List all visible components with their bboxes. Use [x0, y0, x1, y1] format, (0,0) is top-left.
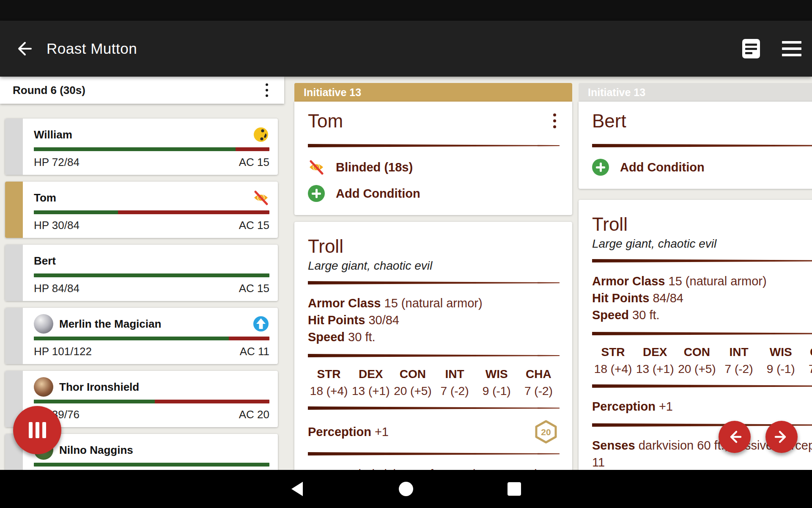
- ability-header: CON: [676, 345, 718, 362]
- ability-score: 18 (+4): [308, 384, 350, 398]
- round-label: Round 6 (30s): [13, 84, 85, 97]
- initiative-label: Initiative 13: [304, 86, 361, 99]
- hamburger-icon: [782, 41, 801, 56]
- combatant-name: Nilno Naggins: [59, 444, 133, 457]
- previous-turn-fab[interactable]: [719, 421, 751, 453]
- hp-bar: [34, 400, 269, 403]
- ability-score: 9 (-1): [476, 384, 518, 398]
- menu-button[interactable]: [771, 28, 812, 69]
- ability-header: DEX: [634, 345, 676, 362]
- hp-value: HP 84/84: [34, 282, 80, 295]
- speed-line: Speed 30 ft.: [308, 329, 560, 345]
- ability-score: 7 (-2): [802, 362, 812, 376]
- ability-header: CHA: [802, 345, 812, 362]
- arrow-right-icon: [773, 428, 790, 445]
- drag-handle[interactable]: [5, 245, 23, 301]
- ability-score: 7 (-2): [718, 362, 760, 376]
- ability-score: 9 (-1): [760, 362, 802, 376]
- condition-row-blinded[interactable]: Blinded (18s): [308, 157, 560, 177]
- hp-bar: [34, 273, 269, 277]
- drag-handle[interactable]: [5, 308, 23, 364]
- divider: [308, 452, 560, 456]
- divider: [592, 144, 812, 147]
- divider: [592, 332, 812, 335]
- initiative-bars-icon: [29, 422, 46, 438]
- combatant-row-bert[interactable]: Bert HP 84/84 AC 15: [5, 245, 278, 301]
- perception-row: Perception +1 20: [308, 420, 560, 444]
- ability-scores[interactable]: STR DEX CON INT WIS CHA 18 (+4) 13 (+1) …: [592, 345, 812, 376]
- statblock-meta: Large giant, chaotic evil: [308, 259, 560, 273]
- round-menu-button[interactable]: [266, 83, 268, 97]
- ac-value: AC 20: [239, 408, 269, 421]
- combatant-menu-button[interactable]: [553, 113, 556, 128]
- ability-header: INT: [433, 367, 475, 384]
- status-bar: [0, 0, 812, 21]
- combatant-row-tom[interactable]: Tom HP 30/84 AC 15: [5, 182, 278, 238]
- initiative-column-current: Initiative 13 Tom Blinded (18s) Add Cond…: [294, 83, 572, 508]
- add-condition-label: Add Condition: [336, 187, 420, 201]
- next-turn-fab[interactable]: [765, 421, 798, 453]
- combatant-row-william[interactable]: William HP 72/84 AC 15: [5, 119, 278, 175]
- ac-value: AC 15: [239, 156, 269, 169]
- hp-value: HP 101/122: [34, 345, 92, 358]
- combatant-name: Merlin the Magician: [59, 318, 161, 331]
- android-recents-button[interactable]: [508, 482, 521, 496]
- dizzy-face-icon: [252, 126, 269, 143]
- ability-scores[interactable]: STR DEX CON INT WIS CHA 18 (+4) 13 (+1) …: [308, 367, 560, 398]
- hp-value: HP 30/84: [34, 219, 80, 232]
- speed-line: Speed 30 ft.: [592, 306, 812, 323]
- ability-header: STR: [592, 345, 634, 362]
- ability-score: 7 (-2): [433, 384, 475, 398]
- divider: [592, 259, 812, 262]
- ability-header: DEX: [350, 367, 392, 384]
- statblock-name: Troll: [308, 235, 560, 258]
- initiative-header: Initiative 13: [579, 83, 812, 102]
- combatant-detail-name: Bert: [592, 109, 626, 133]
- hit-points-line[interactable]: Hit Points 30/84: [308, 312, 560, 329]
- ability-score: 13 (+1): [350, 384, 392, 398]
- hp-bar: [34, 337, 269, 340]
- add-condition-label: Add Condition: [620, 160, 705, 174]
- add-condition-button[interactable]: Add Condition: [308, 184, 560, 203]
- ability-header: INT: [718, 345, 760, 362]
- hp-value: HP 72/84: [34, 156, 80, 169]
- arrow-left-icon: [14, 39, 33, 58]
- statblock-meta: Large giant, chaotic evil: [592, 237, 812, 251]
- android-back-button[interactable]: [291, 482, 303, 496]
- page-title: Roast Mutton: [47, 40, 137, 57]
- add-condition-button[interactable]: Add Condition: [592, 157, 812, 177]
- ability-header: CON: [392, 367, 433, 384]
- blinded-icon: [308, 159, 325, 176]
- ability-score: 20 (+5): [676, 362, 718, 376]
- android-home-button[interactable]: [399, 482, 413, 496]
- initiative-label: Initiative 13: [588, 86, 645, 99]
- encounter-notes-button[interactable]: [731, 28, 771, 69]
- app-bar: Roast Mutton: [0, 21, 812, 77]
- ability-header: STR: [308, 367, 350, 384]
- back-button[interactable]: [0, 39, 47, 58]
- divider: [592, 384, 812, 388]
- divider: [308, 281, 560, 284]
- ac-value: AC 15: [239, 219, 269, 232]
- divider: [308, 406, 560, 410]
- d20-roll-icon[interactable]: 20: [535, 420, 557, 444]
- condition-label: Blinded (18s): [336, 160, 413, 174]
- ability-score: 18 (+4): [592, 362, 634, 376]
- document-icon: [742, 39, 760, 58]
- divider: [308, 354, 560, 357]
- combat-actions-fab[interactable]: [13, 406, 61, 454]
- combatant-row-merlin[interactable]: Merlin the Magician HP 101/122 AC 11: [5, 308, 278, 364]
- ac-value: AC 11: [240, 345, 269, 358]
- armor-class-line: Armor Class 15 (natural armor): [308, 295, 560, 312]
- drag-handle-active-turn[interactable]: [5, 182, 23, 238]
- android-navigation-bar: [0, 470, 812, 508]
- ability-score: 7 (-2): [518, 384, 560, 398]
- ability-header: WIS: [476, 367, 518, 384]
- initiative-header: Initiative 13: [294, 83, 572, 102]
- combatant-name: Thor Ironshield: [59, 381, 139, 394]
- hit-points-line[interactable]: Hit Points 84/84: [592, 290, 812, 306]
- plus-icon: [308, 185, 325, 202]
- drag-handle[interactable]: [5, 119, 23, 175]
- ability-header: CHA: [518, 367, 560, 384]
- hp-bar: [34, 147, 269, 151]
